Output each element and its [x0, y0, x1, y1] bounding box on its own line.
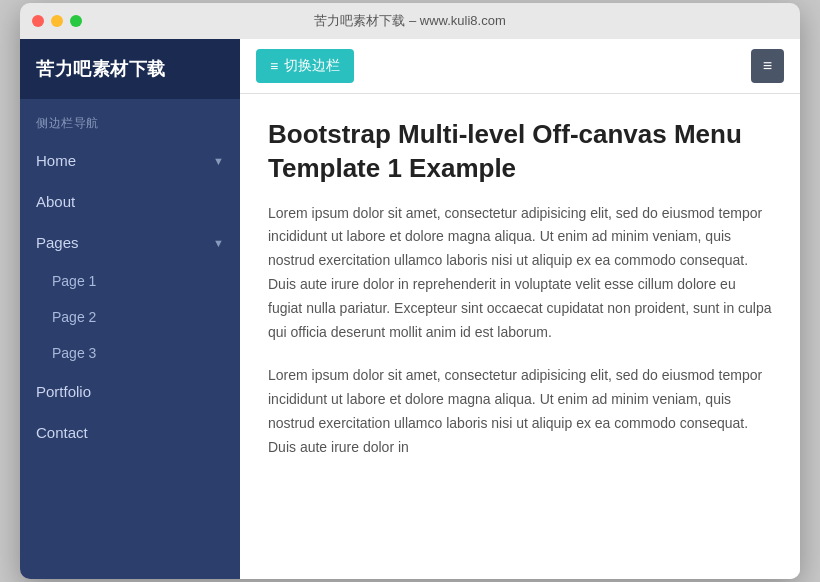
sidebar-brand: 苦力吧素材下载 — [20, 39, 240, 99]
menu-button[interactable]: ≡ — [751, 49, 784, 83]
hamburger-icon: ≡ — [270, 58, 278, 74]
sidebar-nav: Home ▼ About Pages ▼ Page 1 Page 2 — [20, 140, 240, 579]
sidebar-item-page1[interactable]: Page 1 — [20, 263, 240, 299]
sidebar-item-contact[interactable]: Contact — [20, 412, 240, 453]
sidebar-item-portfolio-label: Portfolio — [36, 383, 91, 400]
sidebar-item-page3-label: Page 3 — [52, 345, 96, 361]
browser-dots — [32, 15, 82, 27]
dot-yellow[interactable] — [51, 15, 63, 27]
browser-titlebar: 苦力吧素材下载 – www.kuli8.com — [20, 3, 800, 39]
topbar: ≡ 切换边栏 ≡ — [240, 39, 800, 94]
sidebar-item-page1-label: Page 1 — [52, 273, 96, 289]
content-paragraph-1: Lorem ipsum dolor sit amet, consectetur … — [268, 202, 772, 345]
toggle-btn-label: 切换边栏 — [284, 57, 340, 75]
content-title: Bootstrap Multi-level Off-canvas Menu Te… — [268, 118, 772, 186]
toggle-sidebar-button[interactable]: ≡ 切换边栏 — [256, 49, 354, 83]
sidebar-item-page3[interactable]: Page 3 — [20, 335, 240, 371]
dot-green[interactable] — [70, 15, 82, 27]
sidebar: 苦力吧素材下载 侧边栏导航 Home ▼ About Pages ▼ Page … — [20, 39, 240, 579]
app-layout: 苦力吧素材下载 侧边栏导航 Home ▼ About Pages ▼ Page … — [20, 39, 800, 579]
main-content: ≡ 切换边栏 ≡ Bootstrap Multi-level Off-canva… — [240, 39, 800, 579]
content-body: Bootstrap Multi-level Off-canvas Menu Te… — [240, 94, 800, 579]
sidebar-item-contact-label: Contact — [36, 424, 88, 441]
menu-icon: ≡ — [763, 57, 772, 74]
home-arrow-icon: ▼ — [213, 155, 224, 167]
dot-red[interactable] — [32, 15, 44, 27]
sidebar-item-pages-label: Pages — [36, 234, 79, 251]
pages-arrow-icon: ▼ — [213, 237, 224, 249]
sidebar-item-about-label: About — [36, 193, 75, 210]
sidebar-item-portfolio[interactable]: Portfolio — [20, 371, 240, 412]
browser-window: 苦力吧素材下载 – www.kuli8.com 苦力吧素材下载 侧边栏导航 Ho… — [20, 3, 800, 579]
sidebar-item-about[interactable]: About — [20, 181, 240, 222]
content-paragraph-2: Lorem ipsum dolor sit amet, consectetur … — [268, 364, 772, 459]
browser-title: 苦力吧素材下载 – www.kuli8.com — [314, 12, 505, 30]
sidebar-item-home-label: Home — [36, 152, 76, 169]
sidebar-item-page2[interactable]: Page 2 — [20, 299, 240, 335]
sidebar-item-pages[interactable]: Pages ▼ — [20, 222, 240, 263]
sidebar-item-home[interactable]: Home ▼ — [20, 140, 240, 181]
sidebar-section-label: 侧边栏导航 — [20, 99, 240, 140]
sidebar-item-page2-label: Page 2 — [52, 309, 96, 325]
